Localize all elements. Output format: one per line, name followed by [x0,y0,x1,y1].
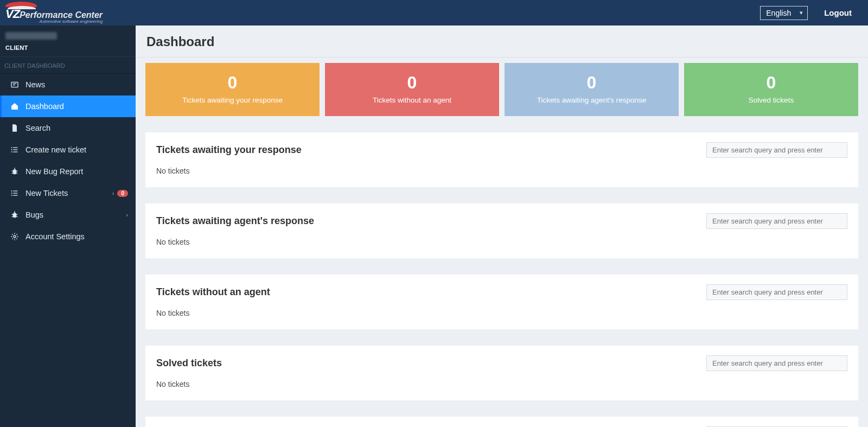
user-role: CLIENT [5,44,130,51]
sidebar-item-label: Account Settings [25,232,128,241]
page-title: Dashboard [136,26,868,58]
panel-empty-text: No tickets [156,167,847,175]
sidebar-item-label: Search [25,124,128,132]
chevron-right-icon: › [112,190,114,196]
sidebar-item-dashboard[interactable]: Dashboard [0,95,136,117]
panel: Solved ticketsNo tickets [145,346,858,400]
stat-value: 0 [510,73,673,93]
list-icon [9,189,20,197]
list-icon [9,145,20,154]
sidebar-item-new-tickets[interactable]: New Tickets›0 [0,182,136,204]
stat-value: 0 [690,73,853,93]
brand-sub: Performance Center [20,10,103,20]
sidebar-item-news[interactable]: News [0,74,136,95]
stat-label: Tickets awaiting your response [151,96,314,104]
panel-empty-text: No tickets [156,309,847,317]
count-badge: 0 [117,190,128,197]
language-select[interactable]: English [760,6,808,20]
panel: Tickets without an agentNo tickets [145,275,858,329]
panel: Tickets awaiting agent's responseNo tick… [145,203,858,258]
panels-container: Tickets awaiting your responseNo tickets… [136,116,868,427]
bug-icon [9,167,20,176]
user-block: CLIENT [0,26,136,56]
panel: Bugs pending to be attendedNo bug report… [145,417,858,427]
panel-search-input[interactable] [706,142,847,158]
sidebar-item-label: Dashboard [25,102,128,111]
panel-search-input[interactable] [706,213,847,229]
panel-search-input[interactable] [706,284,847,300]
sidebar-item-create-new-ticket[interactable]: Create new ticket [0,139,136,161]
sidebar-item-label: New Bug Report [25,167,128,176]
stat-card[interactable]: 0Tickets awaiting your response [145,63,320,116]
sidebar-item-bugs[interactable]: Bugs› [0,204,136,226]
brand-logo[interactable]: VZPerformance Center Automotive software… [5,2,103,24]
stat-card[interactable]: 0Tickets without an agent [325,63,499,116]
panel-head: Tickets awaiting your response [156,142,847,158]
panel-search-input[interactable] [706,355,847,371]
stat-label: Solved tickets [690,96,853,104]
panel: Tickets awaiting your responseNo tickets [145,132,858,187]
main-content: Dashboard 0Tickets awaiting your respons… [136,26,868,427]
panel-title: Tickets awaiting your response [156,144,302,156]
top-header: VZPerformance Center Automotive software… [0,0,868,26]
panel-title: Solved tickets [156,358,222,369]
sidebar-nav: NewsDashboardSearchCreate new ticketNew … [0,74,136,247]
sidebar-item-account-settings[interactable]: Account Settings [0,226,136,247]
stat-row: 0Tickets awaiting your response0Tickets … [136,58,868,116]
stat-label: Tickets without an agent [330,96,494,104]
sidebar-item-label: New Tickets [25,189,109,197]
language-value: English [766,9,791,17]
sidebar-item-search[interactable]: Search [0,117,136,139]
panel-head: Tickets without an agent [156,284,847,300]
sidebar-item-label: News [25,80,128,89]
sidebar-item-new-bug-report[interactable]: New Bug Report [0,161,136,182]
news-icon [9,80,20,89]
gear-icon [9,232,20,241]
panel-head: Solved tickets [156,355,847,371]
stat-value: 0 [330,73,494,93]
panel-empty-text: No tickets [156,380,847,388]
sidebar-section-header: CLIENT DASHBOARD [0,56,136,74]
stat-card[interactable]: 0Solved tickets [684,63,858,116]
panel-empty-text: No tickets [156,238,847,246]
stat-value: 0 [151,73,314,93]
sidebar: CLIENT CLIENT DASHBOARD NewsDashboardSea… [0,26,136,427]
stat-label: Tickets awaiting agent's response [510,96,673,104]
chevron-right-icon: › [126,212,128,218]
file-icon [9,124,20,132]
brand-main: VZ [5,7,20,21]
panel-head: Tickets awaiting agent's response [156,213,847,229]
home-icon [9,102,20,111]
bug-icon [9,211,20,219]
sidebar-item-label: Bugs [25,211,123,219]
stat-card[interactable]: 0Tickets awaiting agent's response [505,63,679,116]
logout-link[interactable]: Logout [824,8,852,17]
panel-title: Tickets without an agent [156,286,270,298]
panel-title: Tickets awaiting agent's response [156,215,314,227]
user-name-blurred [5,32,57,40]
sidebar-item-label: Create new ticket [25,145,128,154]
